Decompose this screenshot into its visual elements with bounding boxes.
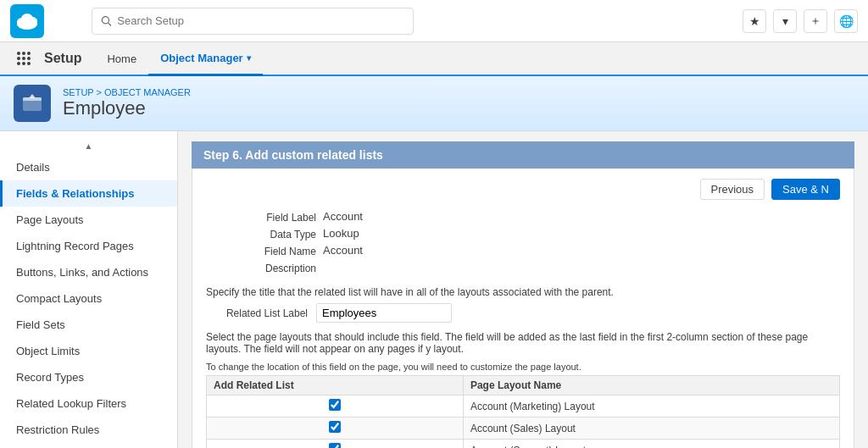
add-related-list-checkbox[interactable] [329, 399, 341, 411]
object-header: SETUP > OBJECT MANAGER Employee [0, 76, 868, 131]
app-launcher-button[interactable] [10, 45, 37, 72]
previous-button[interactable]: Previous [700, 179, 765, 200]
setup-label: Setup [44, 51, 81, 66]
add-button[interactable]: ＋ [804, 9, 827, 33]
content-area: Step 6. Add custom related lists Previou… [178, 131, 868, 448]
sidebar-item-page-layouts[interactable]: Page Layouts [0, 207, 177, 233]
svg-line-5 [108, 23, 111, 25]
page-layout-name-cell: Account (Sales) Layout [463, 418, 839, 440]
nav-item-object-manager[interactable]: Object Manager ▾ [148, 42, 263, 76]
favorites-button[interactable]: ★ [743, 9, 766, 33]
page-layout-name-cell: Account (Marketing) Layout [463, 395, 839, 418]
sidebar-item-restriction-rules[interactable]: Restriction Rules [0, 417, 177, 443]
related-list-input[interactable] [316, 303, 452, 323]
svg-point-3 [21, 14, 33, 24]
step-header: Step 6. Add custom related lists [192, 141, 854, 169]
save-next-button[interactable]: Save & N [771, 179, 840, 200]
toolbar-row: Previous Save & N [206, 179, 840, 200]
table-row: Account (Support) Layout [207, 440, 840, 449]
field-name-value: Account [323, 244, 840, 257]
related-list-label: Related List Label [206, 307, 308, 319]
favorites-dropdown[interactable]: ▾ [773, 9, 797, 33]
sidebar-item-related-lookup-filters[interactable]: Related Lookup Filters [0, 390, 177, 417]
add-related-list-cell [207, 395, 464, 418]
field-label-value: Account [323, 210, 840, 224]
related-list-label-row: Related List Label [206, 303, 840, 323]
sidebar-item-buttons-links-actions[interactable]: Buttons, Links, and Actions [0, 259, 177, 285]
search-input[interactable] [117, 14, 404, 27]
description-key: Description [206, 261, 316, 274]
add-related-list-checkbox[interactable] [329, 421, 341, 433]
breadcrumb-link[interactable]: OBJECT MANAGER [104, 87, 191, 97]
sidebar-item-lightning-record-pages[interactable]: Lightning Record Pages [0, 233, 177, 259]
nav-item-home[interactable]: Home [95, 42, 148, 76]
page-layout-name-cell: Account (Support) Layout [463, 440, 839, 449]
chevron-down-icon: ▾ [247, 53, 251, 63]
add-related-list-checkbox[interactable] [329, 443, 341, 448]
sidebar-item-object-limits[interactable]: Object Limits [0, 338, 177, 364]
scroll-down-indicator: ▼ [0, 443, 177, 448]
sidebar-item-details[interactable]: Details [0, 154, 177, 180]
secondary-navigation: Setup Home Object Manager ▾ [0, 42, 868, 76]
field-info-grid: Field Label Account Data Type Lookup Fie… [206, 210, 840, 274]
grid-icon [17, 52, 31, 65]
col-page-layout-name: Page Layout Name [463, 376, 839, 395]
object-header-text: SETUP > OBJECT MANAGER Employee [63, 87, 191, 119]
add-related-list-cell [207, 440, 464, 449]
field-label-key: Field Label [206, 210, 316, 224]
related-list-info: Specify the title that the related list … [206, 286, 840, 298]
object-icon [14, 85, 51, 122]
data-type-key: Data Type [206, 227, 316, 241]
description-value [323, 261, 840, 274]
help-button[interactable]: 🌐 [834, 9, 858, 33]
svg-marker-8 [29, 94, 36, 98]
top-nav-right: ★ ▾ ＋ 🌐 [743, 9, 858, 33]
top-navigation: ★ ▾ ＋ 🌐 [0, 0, 868, 42]
search-bar[interactable] [92, 8, 414, 35]
scroll-up-indicator: ▲ [0, 138, 177, 154]
layout-table: Add Related List Page Layout Name Accoun… [206, 375, 840, 448]
sidebar-item-field-sets[interactable]: Field Sets [0, 312, 177, 338]
layout-note: To change the location of this field on … [206, 362, 840, 372]
field-name-key: Field Name [206, 244, 316, 257]
salesforce-logo [10, 4, 44, 38]
step-body: Previous Save & N Field Label Account Da… [192, 169, 854, 448]
sidebar-item-compact-layouts[interactable]: Compact Layouts [0, 285, 177, 312]
main-layout: ▲ Details Fields & Relationships Page La… [0, 131, 868, 448]
sidebar-item-fields-relationships[interactable]: Fields & Relationships [0, 180, 177, 207]
layout-select-info: Select the page layouts that should incl… [206, 331, 840, 355]
breadcrumb: SETUP > OBJECT MANAGER [63, 87, 191, 97]
sidebar-item-record-types[interactable]: Record Types [0, 364, 177, 390]
sidebar: ▲ Details Fields & Relationships Page La… [0, 131, 178, 448]
table-row: Account (Sales) Layout [207, 418, 840, 440]
col-add-related-list: Add Related List [207, 376, 464, 395]
object-title: Employee [63, 97, 191, 119]
table-row: Account (Marketing) Layout [207, 395, 840, 418]
data-type-value: Lookup [323, 227, 840, 241]
search-icon [101, 15, 112, 27]
add-related-list-cell [207, 418, 464, 440]
